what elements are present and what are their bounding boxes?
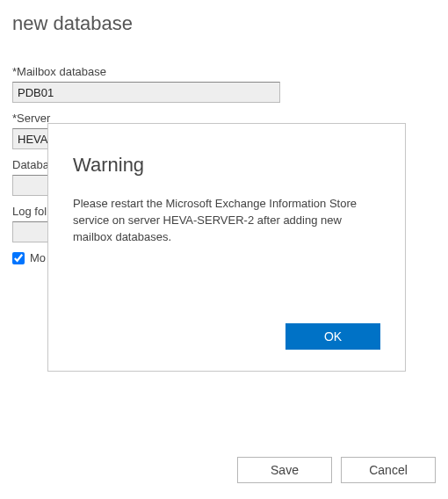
cancel-button[interactable]: Cancel: [341, 457, 436, 483]
mount-checkbox-label: Mo: [30, 251, 46, 264]
dialog-actions: OK: [73, 323, 380, 353]
mailbox-database-input[interactable]: [12, 82, 280, 103]
ok-button[interactable]: OK: [285, 323, 380, 350]
mount-checkbox[interactable]: [12, 252, 25, 264]
dialog-message: Please restart the Microsoft Exchange In…: [73, 196, 380, 323]
warning-dialog: Warning Please restart the Microsoft Exc…: [47, 123, 406, 372]
footer-actions: Save Cancel: [237, 457, 436, 483]
save-button[interactable]: Save: [237, 457, 332, 483]
field-mailbox-database: *Mailbox database: [12, 65, 436, 103]
mailbox-database-label: *Mailbox database: [12, 65, 436, 78]
page-title: new database: [12, 12, 436, 35]
dialog-title: Warning: [73, 154, 380, 177]
